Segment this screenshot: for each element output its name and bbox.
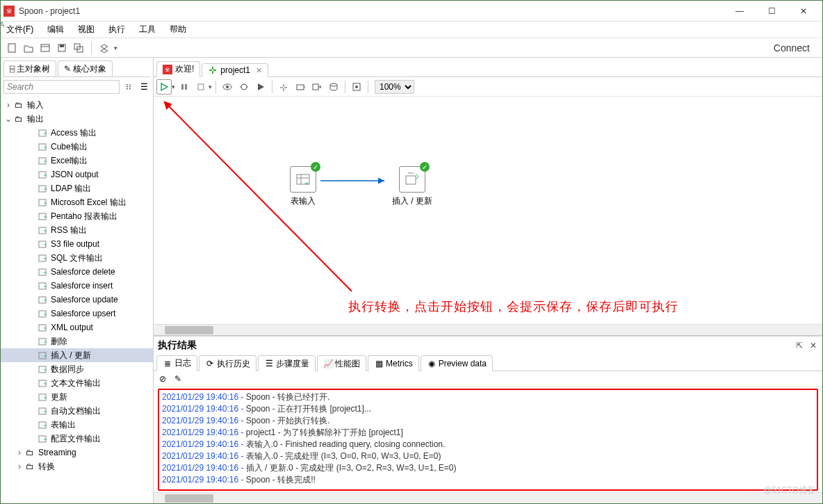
search-input[interactable] [3,80,120,94]
log-line: 2021/01/29 19:40:16 - Spoon - 转换完成!! [162,474,814,486]
perspective-button[interactable] [97,41,111,55]
expand-all-button[interactable]: ⁝⁝ [122,81,135,93]
tree-step-item[interactable]: Salesforce delete [1,265,153,279]
new-button[interactable] [5,41,19,55]
step-icon [37,156,48,165]
close-tab-icon[interactable]: ✕ [256,66,262,75]
dropdown-arrow-icon[interactable]: ▾ [209,83,212,90]
tree-output-folder[interactable]: ⌄🗀输出 [1,112,153,126]
tree-step-item[interactable]: JSON output [1,168,153,181]
impact-button[interactable] [293,79,308,95]
chart-icon: 📈 [323,359,333,368]
verify-button[interactable] [276,79,291,95]
svg-rect-39 [313,84,318,90]
show-results-button[interactable] [349,79,364,95]
tree-step-item[interactable]: 表输出 [1,418,153,432]
svg-point-40 [330,83,337,86]
tree-step-item[interactable]: 数据同步 [1,362,153,376]
step-table-input[interactable]: ✓ 表输入 [286,166,320,207]
step-icon [37,309,48,318]
maximize-button[interactable]: ☐ [756,1,788,22]
connect-button[interactable]: Connect [765,42,818,54]
step-insert-update[interactable]: ✓ 插入 / 更新 [384,166,440,207]
close-button[interactable]: ✕ [788,1,820,22]
debug-button[interactable] [236,79,252,95]
preview-button[interactable] [220,79,235,95]
tree-step-item[interactable]: 插入 / 更新 [1,348,153,362]
tree-step-item[interactable]: Microsoft Excel 输出 [1,195,153,209]
tree-step-item[interactable]: 删除 [1,334,153,348]
close-results-button[interactable]: ✕ [808,341,818,350]
log-scrollbar[interactable] [154,492,822,503]
open-button[interactable] [22,41,35,55]
clear-log-button[interactable]: ⊘ [156,373,169,385]
run-button[interactable] [156,79,172,95]
menu-run[interactable]: 执行 [106,22,128,37]
tree-step-item[interactable]: Cube输出 [1,140,153,154]
tree-step-item[interactable]: 配置文件输出 [1,432,153,446]
tree-step-item[interactable]: Salesforce upsert [1,307,153,320]
tree-step-item[interactable]: Pentaho 报表输出 [1,209,153,223]
tree-step-item[interactable]: 更新 [1,390,153,404]
tab-perf[interactable]: 📈性能图 [317,355,366,371]
tree-icon: ⌸ [10,64,15,74]
hop-arrow[interactable] [319,177,389,190]
log-line: 2021/01/29 19:40:16 - Spoon - 正在打开转换 [pr… [162,403,814,415]
zoom-select[interactable]: 100% [375,80,414,94]
annotation-arrow [154,97,536,305]
object-tree[interactable]: ›🗀输入 ⌄🗀输出 Access 输出Cube输出Excel输出JSON out… [1,97,153,503]
pause-button[interactable] [177,79,192,95]
explore-db-button[interactable] [326,79,341,95]
tree-step-item[interactable]: S3 file output [1,237,153,251]
tab-welcome[interactable]: ※欢迎! [156,61,200,77]
app-icon: ※ [3,6,15,17]
tree-transform-folder[interactable]: ›🗀转换 [1,460,153,473]
horizontal-scrollbar[interactable] [154,324,822,335]
tree-step-item[interactable]: RSS 输出 [1,223,153,237]
dropdown-arrow-icon[interactable]: ▾ [172,83,175,90]
save-button[interactable] [55,41,69,55]
step-icon [37,350,48,360]
tree-step-item[interactable]: Access 输出 [1,126,153,140]
log-settings-button[interactable]: ✎ [172,373,184,385]
tab-preview[interactable]: ◉Preview data [421,355,493,371]
svg-point-35 [241,84,247,90]
tab-log[interactable]: ≣日志 [156,355,197,371]
step-icon [37,170,48,179]
menu-view[interactable]: 视图 [75,22,97,37]
tab-step-metrics[interactable]: ☰步骤度量 [258,355,316,371]
explore-button[interactable] [38,41,52,55]
detach-button[interactable]: ⇱ [795,341,804,350]
menu-tools[interactable]: 工具 [136,22,158,37]
tree-step-item[interactable]: Salesforce update [1,293,153,307]
tree-step-item[interactable]: Salesforce insert [1,279,153,293]
menu-help[interactable]: 帮助 [167,22,189,37]
canvas[interactable]: 执行转换，点击开始按钮，会提示保存，保存后即可执行 ✓ 表输入 ✓ 插入 / 更… [154,97,822,324]
step-icon [37,434,48,444]
tab-core-objects[interactable]: ✎核心对象 [58,60,113,76]
tab-metrics[interactable]: ▦Metrics [368,355,419,371]
folder-icon: 🗀 [24,462,35,471]
tree-input-folder[interactable]: ›🗀输入 [1,98,153,112]
tree-step-item[interactable]: LDAP 输出 [1,181,153,195]
minimize-button[interactable]: ― [724,1,756,22]
tree-step-item[interactable]: XML output [1,320,153,334]
eye-icon: ◉ [427,359,437,368]
sql-button[interactable] [309,79,325,95]
stop-button[interactable] [193,79,209,95]
menu-edit[interactable]: 编辑 [44,22,67,37]
tree-step-item[interactable]: 自动文档输出 [1,404,153,418]
save-as-button[interactable] [72,41,85,55]
tree-step-item[interactable]: SQL 文件输出 [1,251,153,265]
svg-rect-32 [198,84,204,90]
menu-file[interactable]: 文件(F) [3,22,36,37]
log-output[interactable]: 2021/01/29 19:40:16 - Spoon - 转换已经打开.202… [158,389,818,491]
tab-project1[interactable]: project1✕ [202,63,268,77]
tab-history[interactable]: ⟳执行历史 [199,355,256,371]
tab-object-tree[interactable]: ⌸主对象树 [3,60,56,76]
collapse-all-button[interactable]: ☰ [138,81,150,93]
tree-streaming-folder[interactable]: ›🗀Streaming [1,446,153,460]
replay-button[interactable] [253,79,268,95]
tree-step-item[interactable]: Excel输出 [1,154,153,168]
tree-step-item[interactable]: 文本文件输出 [1,376,153,390]
